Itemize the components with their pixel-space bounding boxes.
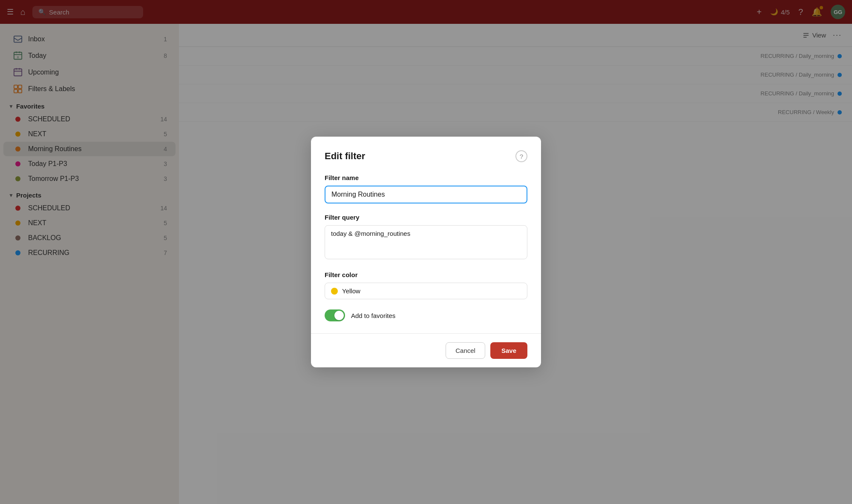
modal-header: Edit filter ? [325,150,527,162]
filter-color-value: Yellow [342,287,360,295]
modal-body: Edit filter ? Filter name Filter query t… [311,137,541,333]
help-button[interactable]: ? [515,150,527,162]
filter-query-field: Filter query today & @morning_routines [325,214,527,261]
filter-color-label: Filter color [325,271,527,278]
add-to-favorites-toggle[interactable] [325,309,345,321]
yellow-color-dot [331,288,338,295]
filter-query-label: Filter query [325,214,527,221]
modal-footer: Cancel Save [311,334,541,367]
filter-color-field: Filter color Yellow [325,271,527,299]
edit-filter-modal: Edit filter ? Filter name Filter query t… [311,137,541,367]
toggle-knob [334,311,344,320]
modal-title: Edit filter [325,151,365,162]
filter-name-label: Filter name [325,174,527,181]
filter-name-input[interactable] [325,186,527,203]
cancel-button[interactable]: Cancel [446,342,485,359]
save-button[interactable]: Save [490,342,527,359]
filter-query-input[interactable]: today & @morning_routines [325,225,527,259]
filter-color-select[interactable]: Yellow [325,283,527,299]
add-to-favorites-label: Add to favorites [351,312,395,319]
modal-overlay: Edit filter ? Filter name Filter query t… [0,0,852,504]
add-to-favorites-row: Add to favorites [325,309,527,321]
filter-name-field: Filter name [325,174,527,203]
